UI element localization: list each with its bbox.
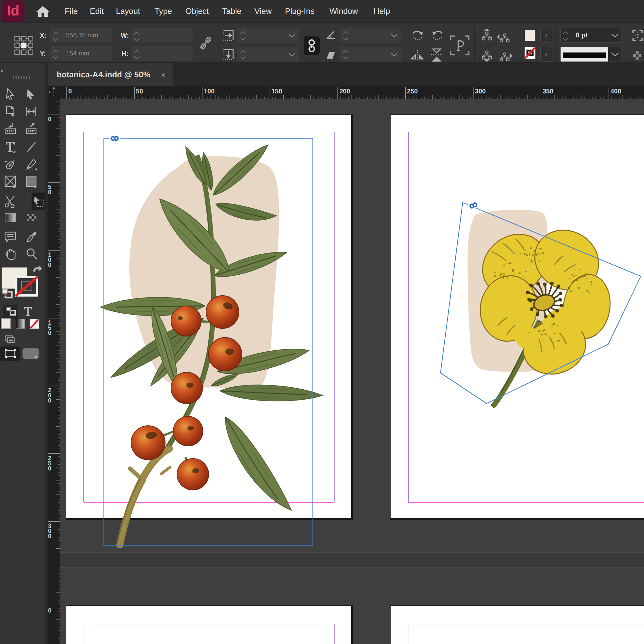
svg-text:0: 0 — [48, 465, 52, 472]
svg-text:400: 400 — [611, 88, 621, 95]
svg-text:0: 0 — [48, 262, 52, 269]
svg-text:200: 200 — [339, 88, 350, 95]
svg-text:0: 0 — [48, 116, 52, 123]
svg-text:250: 250 — [407, 88, 418, 95]
svg-text:0: 0 — [48, 189, 52, 196]
svg-text:350: 350 — [543, 88, 553, 95]
svg-text:150: 150 — [271, 88, 282, 95]
svg-text:0: 0 — [48, 533, 52, 540]
svg-text:0: 0 — [48, 607, 52, 614]
svg-text:300: 300 — [475, 88, 486, 95]
svg-text:50: 50 — [136, 88, 143, 95]
svg-text:100: 100 — [204, 88, 214, 95]
svg-text:0: 0 — [48, 397, 52, 404]
svg-text:0: 0 — [48, 330, 52, 336]
svg-text:0: 0 — [68, 88, 72, 95]
